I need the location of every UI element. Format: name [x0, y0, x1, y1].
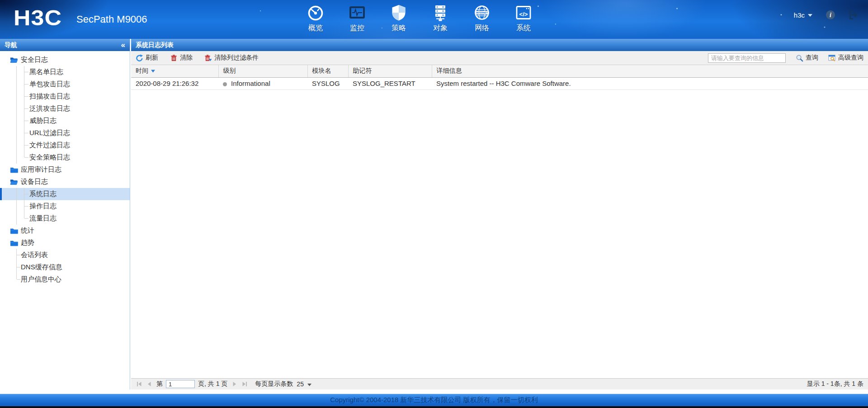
- sidebar-item-label: 流量日志: [29, 214, 57, 223]
- nav-item-label: 网络: [475, 23, 489, 33]
- last-page-icon: [241, 381, 248, 387]
- query-button[interactable]: 查询: [796, 54, 818, 62]
- trash-icon: [170, 54, 178, 62]
- sidebar-item-flood-attack-log[interactable]: 泛洪攻击日志: [0, 103, 130, 115]
- advanced-search-icon: [828, 54, 836, 62]
- table-row[interactable]: 2020-08-29 21:26:32InformationalSYSLOGSY…: [131, 77, 868, 89]
- level-text: Informational: [231, 80, 270, 87]
- clear-filter-button[interactable]: 清除列过滤条件: [204, 54, 259, 62]
- top-banner: H3C SecPath M9006 概览监控策略对象INTERNET网络</>系…: [0, 0, 868, 39]
- sidebar-item-label: 黑名单日志: [29, 68, 63, 76]
- sidebar-item-dns-cache-info[interactable]: DNS缓存信息: [0, 261, 130, 273]
- nav-item-objects[interactable]: 对象: [427, 4, 454, 33]
- page-prefix-label: 第: [156, 380, 163, 388]
- sidebar-item-single-packet-attack-log[interactable]: 单包攻击日志: [0, 78, 130, 90]
- content-panel: 系统日志列表 刷新 清除 清除列过滤条件: [130, 39, 868, 389]
- next-page-button[interactable]: [231, 380, 238, 388]
- column-label: 级别: [223, 67, 236, 74]
- user-menu[interactable]: h3c: [794, 11, 813, 19]
- sidebar-item-label: 安全日志: [21, 56, 48, 64]
- nav-item-overview[interactable]: 概览: [302, 4, 329, 33]
- page-count-label: 页, 共 1 页: [198, 380, 227, 388]
- info-icon: i: [826, 10, 835, 20]
- sidebar-item-label: 扫描攻击日志: [29, 92, 70, 101]
- clear-button[interactable]: 清除: [170, 54, 193, 62]
- sidebar-tree: 安全日志黑名单日志单包攻击日志扫描攻击日志泛洪攻击日志威胁日志URL过滤日志文件…: [0, 51, 130, 389]
- sidebar-item-label: 设备日志: [21, 178, 48, 186]
- first-page-button[interactable]: [136, 380, 143, 388]
- sidebar-item-label: 统计: [21, 226, 34, 235]
- folder-closed-icon: [10, 240, 18, 246]
- sidebar-item-app-audit-log[interactable]: 应用审计日志: [0, 164, 130, 176]
- level-dot-icon: [223, 82, 227, 86]
- logout-icon: [848, 10, 858, 20]
- sidebar-item-blacklist-log[interactable]: 黑名单日志: [0, 66, 130, 78]
- sidebar-item-label: 文件过滤日志: [29, 141, 70, 150]
- advanced-query-button[interactable]: 高级查询: [828, 54, 863, 62]
- code-icon: </>: [514, 4, 533, 22]
- column-header-time[interactable]: 时间: [131, 65, 218, 77]
- page-title: 系统日志列表: [136, 41, 174, 49]
- log-table-wrap: 时间级别模块名助记符详细信息 2020-08-29 21:26:32Inform…: [131, 65, 868, 378]
- column-header-detail[interactable]: 详细信息: [432, 65, 868, 77]
- copyright-text: Copyright© 2004-2018 新华三技术有限公司 版权所有，保留一切…: [330, 396, 538, 404]
- sidebar-item-security-log[interactable]: 安全日志: [0, 54, 130, 66]
- folder-open-icon: [10, 179, 18, 185]
- cell-level: Informational: [218, 77, 307, 89]
- sidebar-item-url-filter-log[interactable]: URL过滤日志: [0, 127, 130, 139]
- sidebar-item-label: 操作日志: [29, 202, 57, 211]
- sidebar-item-session-list[interactable]: 会话列表: [0, 249, 130, 261]
- info-button[interactable]: i: [826, 10, 835, 20]
- column-label: 助记符: [353, 67, 372, 74]
- column-header-mnemonic[interactable]: 助记符: [348, 65, 432, 77]
- page-number-input[interactable]: [166, 380, 195, 388]
- sidebar-item-traffic-log[interactable]: 流量日志: [0, 212, 130, 225]
- last-page-button[interactable]: [241, 380, 248, 388]
- nav-item-monitor[interactable]: 监控: [344, 4, 371, 33]
- column-header-level[interactable]: 级别: [218, 65, 307, 77]
- sidebar-item-operation-log[interactable]: 操作日志: [0, 200, 130, 212]
- sidebar-header: 导航 «: [0, 39, 130, 51]
- username: h3c: [794, 11, 805, 19]
- folder-closed-icon: [10, 167, 18, 173]
- collapse-sidebar-button[interactable]: «: [121, 41, 125, 49]
- sidebar-item-label: 单包攻击日志: [29, 80, 70, 89]
- trash-filter-icon: [204, 54, 212, 62]
- sidebar-item-file-filter-log[interactable]: 文件过滤日志: [0, 139, 130, 151]
- sidebar-item-user-info-center[interactable]: 用户信息中心: [0, 273, 130, 286]
- product-name: SecPath M9006: [76, 14, 147, 25]
- per-page-select[interactable]: 每页显示条数 25: [255, 380, 311, 388]
- svg-text:i: i: [830, 12, 831, 19]
- sidebar-item-threat-log[interactable]: 威胁日志: [0, 115, 130, 127]
- search-input[interactable]: [708, 53, 786, 63]
- sidebar-item-label: 泛洪攻击日志: [29, 104, 70, 113]
- sidebar: 导航 « 安全日志黑名单日志单包攻击日志扫描攻击日志泛洪攻击日志威胁日志URL过…: [0, 39, 130, 389]
- nav-item-policy[interactable]: 策略: [385, 4, 412, 33]
- nav-item-network[interactable]: INTERNET网络: [468, 4, 495, 33]
- sidebar-item-device-log[interactable]: 设备日志: [0, 176, 130, 188]
- toolbar-search-area: 查询 高级查询: [708, 53, 863, 63]
- nav-item-system[interactable]: </>系统: [510, 4, 537, 33]
- monitor-icon: [348, 4, 366, 22]
- logout-button[interactable]: [848, 10, 858, 20]
- column-header-module[interactable]: 模块名: [307, 65, 348, 77]
- sidebar-item-system-log[interactable]: 系统日志: [0, 188, 130, 200]
- table-header-row: 时间级别模块名助记符详细信息: [131, 65, 868, 77]
- cell-time: 2020-08-29 21:26:32: [131, 77, 218, 89]
- sidebar-item-security-policy-log[interactable]: 安全策略日志: [0, 151, 130, 164]
- folder-closed-icon: [10, 228, 18, 234]
- nav-item-label: 对象: [433, 23, 448, 33]
- sidebar-item-trend[interactable]: 趋势: [0, 237, 130, 249]
- chevron-down-icon: [307, 380, 311, 388]
- prev-page-button[interactable]: [146, 380, 153, 388]
- svg-text:INTERNET: INTERNET: [476, 11, 488, 14]
- main-area: 导航 « 安全日志黑名单日志单包攻击日志扫描攻击日志泛洪攻击日志威胁日志URL过…: [0, 39, 868, 393]
- content-title-bar: 系统日志列表: [131, 39, 868, 51]
- sidebar-item-statistics[interactable]: 统计: [0, 225, 130, 237]
- sidebar-item-scan-attack-log[interactable]: 扫描攻击日志: [0, 90, 130, 103]
- sidebar-item-label: 用户信息中心: [21, 275, 61, 284]
- globe-icon: INTERNET: [473, 4, 491, 22]
- sidebar-item-label: 威胁日志: [29, 117, 57, 125]
- banner-nav: 概览监控策略对象INTERNET网络</>系统: [302, 4, 537, 33]
- refresh-button[interactable]: 刷新: [136, 54, 158, 62]
